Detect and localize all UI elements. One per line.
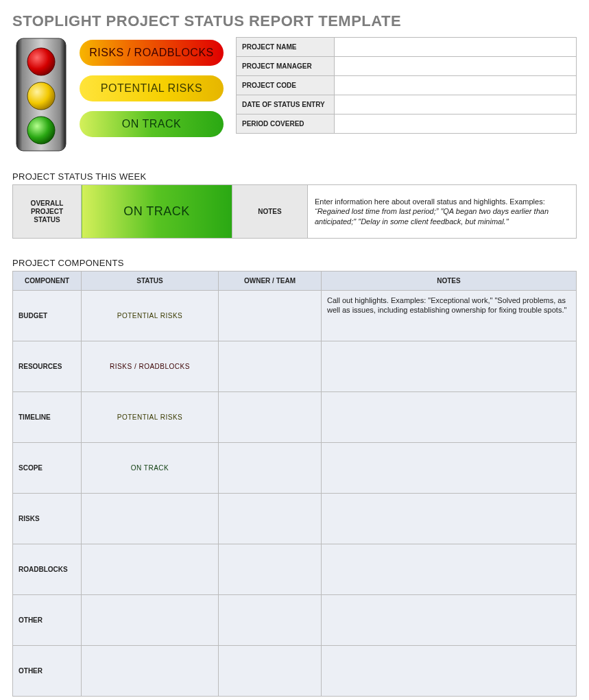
table-row: RISKS — [13, 494, 577, 544]
component-owner-cell[interactable] — [219, 646, 322, 697]
component-status-cell[interactable]: POTENTIAL RISKS — [82, 392, 219, 443]
svg-point-3 — [27, 117, 55, 144]
table-row: BUDGETPOTENTIAL RISKSCall out highlights… — [13, 291, 577, 341]
table-row: OTHER — [13, 595, 577, 646]
component-notes-cell[interactable] — [322, 595, 577, 646]
component-notes-cell[interactable] — [322, 392, 577, 443]
component-owner-cell[interactable] — [219, 341, 322, 392]
table-row: SCOPEON TRACK — [13, 443, 577, 494]
status-notes-label: NOTES — [232, 185, 308, 239]
col-status: STATUS — [82, 271, 219, 291]
status-week-heading: PROJECT STATUS THIS WEEK — [12, 171, 577, 182]
overall-status-label: OVERALL PROJECT STATUS — [13, 185, 82, 239]
component-notes-cell[interactable] — [322, 443, 577, 494]
component-label: SCOPE — [13, 443, 82, 494]
meta-label-0: PROJECT NAME — [237, 38, 335, 57]
component-label: ROADBLOCKS — [13, 544, 82, 595]
project-meta-table: PROJECT NAMEPROJECT MANAGERPROJECT CODED… — [236, 37, 577, 134]
component-status-cell[interactable]: POTENTIAL RISKS — [82, 291, 219, 341]
components-table: COMPONENT STATUS OWNER / TEAM NOTES BUDG… — [12, 271, 577, 697]
table-row: ROADBLOCKS — [13, 544, 577, 595]
meta-value-2[interactable] — [335, 76, 577, 95]
svg-point-2 — [27, 82, 55, 110]
component-notes-cell[interactable] — [322, 341, 577, 392]
components-heading: PROJECT COMPONENTS — [12, 258, 577, 268]
col-component: COMPONENT — [13, 271, 82, 291]
component-status-cell[interactable]: RISKS / ROADBLOCKS — [82, 341, 219, 392]
meta-label-4: PERIOD COVERED — [237, 114, 335, 134]
component-status-cell[interactable] — [82, 494, 219, 544]
page-title: STOPLIGHT PROJECT STATUS REPORT TEMPLATE — [12, 12, 577, 30]
table-row: OTHER — [13, 646, 577, 697]
meta-value-3[interactable] — [335, 95, 577, 114]
meta-label-3: DATE OF STATUS ENTRY — [237, 95, 335, 114]
component-notes-cell[interactable] — [322, 494, 577, 544]
component-notes-cell[interactable] — [322, 646, 577, 697]
col-owner: OWNER / TEAM — [219, 271, 322, 291]
component-status-cell[interactable]: ON TRACK — [82, 443, 219, 494]
col-notes: NOTES — [322, 271, 577, 291]
component-status-cell[interactable] — [82, 595, 219, 646]
component-notes-cell[interactable] — [322, 544, 577, 595]
meta-label-1: PROJECT MANAGER — [237, 57, 335, 76]
svg-point-1 — [27, 48, 55, 75]
table-row: RESOURCESRISKS / ROADBLOCKS — [13, 341, 577, 392]
meta-value-1[interactable] — [335, 57, 577, 76]
status-week-table: OVERALL PROJECT STATUS ON TRACK NOTES En… — [12, 184, 577, 239]
component-owner-cell[interactable] — [219, 443, 322, 494]
component-label: BUDGET — [13, 291, 82, 341]
component-label: TIMELINE — [13, 392, 82, 443]
status-notes-examples: “Regained lost time from last period;” "… — [315, 207, 549, 225]
component-owner-cell[interactable] — [219, 494, 322, 544]
meta-label-2: PROJECT CODE — [237, 76, 335, 95]
component-label: RESOURCES — [13, 341, 82, 392]
component-label: RISKS — [13, 494, 82, 544]
legend-red: RISKS / ROADBLOCKS — [80, 40, 224, 66]
table-row: TIMELINEPOTENTIAL RISKS — [13, 392, 577, 443]
status-notes-cell[interactable]: Enter information here about overall sta… — [308, 185, 577, 239]
legend-yellow: POTENTIAL RISKS — [80, 75, 224, 101]
stoplight-icon — [12, 37, 70, 152]
component-label: OTHER — [13, 595, 82, 646]
component-owner-cell[interactable] — [219, 544, 322, 595]
component-status-cell[interactable] — [82, 544, 219, 595]
component-status-cell[interactable] — [82, 646, 219, 697]
component-owner-cell[interactable] — [219, 595, 322, 646]
legend-green: ON TRACK — [80, 111, 224, 137]
meta-value-0[interactable] — [335, 38, 577, 57]
overall-status-cell[interactable]: ON TRACK — [82, 185, 232, 239]
meta-value-4[interactable] — [335, 114, 577, 134]
component-owner-cell[interactable] — [219, 291, 322, 341]
status-notes-prefix: Enter information here about overall sta… — [315, 197, 545, 206]
component-owner-cell[interactable] — [219, 392, 322, 443]
component-label: OTHER — [13, 646, 82, 697]
component-notes-cell[interactable]: Call out highlights. Examples: "Exceptio… — [322, 291, 577, 341]
